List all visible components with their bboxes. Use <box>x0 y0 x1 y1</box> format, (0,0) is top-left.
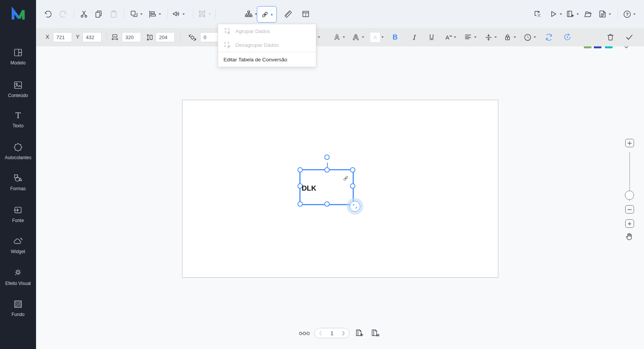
bold-button[interactable]: B <box>393 28 398 46</box>
pages-overview-button[interactable] <box>299 331 310 338</box>
underline-button[interactable]: U <box>429 28 434 46</box>
confirm-button[interactable] <box>625 28 634 46</box>
char-spacing-button[interactable]: A <box>445 28 456 46</box>
font-style-button[interactable]: A <box>351 28 364 46</box>
logo-m-icon <box>10 6 26 23</box>
font-outline-button[interactable]: A <box>333 28 345 46</box>
resize-handle-nw[interactable] <box>297 167 303 173</box>
zoom-in-button[interactable] <box>625 139 634 147</box>
cut-button[interactable] <box>79 7 89 22</box>
resize-handle-s[interactable] <box>324 201 330 207</box>
play-preview-button[interactable] <box>549 7 562 22</box>
width-input[interactable] <box>122 32 141 42</box>
time-button[interactable] <box>523 28 536 46</box>
check-icon <box>625 33 634 42</box>
next-page-icon[interactable] <box>342 331 345 336</box>
pan-tool-button[interactable] <box>624 232 634 243</box>
rotate-button[interactable] <box>544 28 554 46</box>
delete-button[interactable] <box>606 28 615 46</box>
height-input[interactable] <box>156 32 175 42</box>
sidebar-item-widget[interactable]: Widget <box>0 236 36 254</box>
font-outline-icon: A <box>333 33 341 42</box>
chevron-down-icon <box>140 13 143 15</box>
main-toolbar: ? <box>36 0 644 28</box>
page-chain-icon <box>299 331 310 336</box>
table-icon <box>301 10 310 19</box>
resize-handle-e[interactable] <box>350 183 355 189</box>
copy-icon <box>94 10 103 19</box>
lock-button[interactable] <box>503 28 516 46</box>
sidebar-label: Widget <box>11 249 25 254</box>
rotation-handle[interactable] <box>324 155 330 160</box>
resize-handle-n[interactable] <box>324 167 330 173</box>
link-data-button[interactable] <box>257 6 277 23</box>
save-document-button[interactable] <box>598 7 611 22</box>
sidebar-item-formas[interactable]: Formas <box>0 173 36 191</box>
chevron-down-icon <box>534 36 536 38</box>
table-button[interactable] <box>301 7 310 22</box>
align-objects-button[interactable] <box>148 7 161 22</box>
selected-object[interactable]: DLK <box>299 169 354 205</box>
text-align-button[interactable] <box>464 28 476 46</box>
app-logo[interactable] <box>10 6 26 25</box>
open-folder-button[interactable] <box>583 7 593 22</box>
y-label: Y <box>76 34 79 40</box>
rotate-reset-button[interactable] <box>563 28 572 46</box>
italic-button[interactable]: I <box>412 28 415 46</box>
rotation-input[interactable] <box>200 32 220 42</box>
menu-item-desagrupar-dados[interactable]: Desagrupar Dados <box>218 38 316 52</box>
vertical-align-icon <box>484 33 493 42</box>
fill-color-button[interactable]: A <box>370 28 384 46</box>
resize-handle-ne[interactable] <box>350 167 355 173</box>
svg-text:A: A <box>335 33 340 41</box>
font-style-icon: A <box>351 32 360 42</box>
document-icon <box>598 10 607 19</box>
image-icon <box>13 80 23 90</box>
new-page-button[interactable] <box>566 7 579 22</box>
undo-button[interactable] <box>43 7 53 22</box>
sidebar-item-efeito-visual[interactable]: Efeito Visual <box>0 268 36 286</box>
vertical-align-button[interactable] <box>484 28 497 46</box>
sidebar-item-fundo[interactable]: Fundo <box>0 299 36 317</box>
hierarchy-button[interactable] <box>244 7 257 22</box>
sidebar-item-modelo[interactable]: Modelo <box>0 48 36 66</box>
group-objects-button[interactable] <box>130 7 143 22</box>
ruler-button[interactable] <box>284 7 293 22</box>
sidebar-item-autocolantes[interactable]: Autocolantes <box>0 142 36 160</box>
audio-button[interactable] <box>172 7 185 22</box>
link-dropdown-menu: Agrupar Dados Desagrupar Dados Editar Ta… <box>218 24 316 67</box>
frame-group-button[interactable] <box>198 7 211 22</box>
prev-page-icon[interactable] <box>319 331 322 336</box>
x-label: X <box>46 34 49 40</box>
sidebar-item-fonte[interactable]: Fonte <box>0 205 36 223</box>
y-input[interactable] <box>82 32 102 42</box>
toolbar-separator <box>521 33 522 42</box>
toolbar-separator <box>168 10 168 19</box>
clear-canvas-icon <box>533 10 542 19</box>
fit-to-screen-button[interactable] <box>625 219 634 228</box>
sidebar-label: Conteúdo <box>8 93 28 98</box>
rotation-icon <box>188 33 197 44</box>
resize-handle-sw[interactable] <box>297 201 303 207</box>
redo-button[interactable] <box>59 7 68 22</box>
sidebar-item-texto[interactable]: T Texto <box>0 110 36 128</box>
clear-canvas-button[interactable] <box>533 7 542 22</box>
zoom-out-button[interactable] <box>625 205 634 214</box>
resize-handle-se[interactable] <box>347 198 363 215</box>
menu-item-label: Editar Tabela de Conversão <box>223 57 287 63</box>
paste-button[interactable] <box>109 7 118 22</box>
menu-item-agrupar-dados[interactable]: Agrupar Dados <box>218 24 316 38</box>
svg-text:M: M <box>376 333 380 337</box>
clock-icon <box>523 33 532 42</box>
zoom-slider-knob[interactable] <box>625 191 634 200</box>
add-template-page-button[interactable]: M <box>370 328 380 339</box>
x-input[interactable] <box>53 32 72 42</box>
current-page-number: 1 <box>330 330 334 336</box>
menu-item-editar-tabela-de-conversao[interactable]: Editar Tabela de Conversão <box>218 52 316 67</box>
copy-button[interactable] <box>94 7 103 22</box>
chevron-down-icon <box>495 36 497 38</box>
sidebar-item-conteudo[interactable]: Conteúdo <box>0 80 36 98</box>
add-page-button[interactable] <box>355 328 364 339</box>
ungroup-data-icon <box>223 41 231 49</box>
help-button[interactable]: ? <box>623 7 636 22</box>
